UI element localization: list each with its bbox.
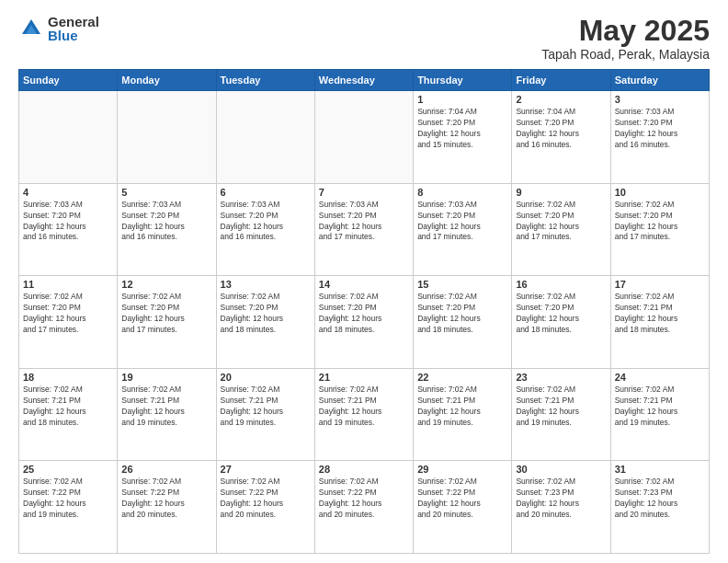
month-title: May 2025	[541, 15, 710, 47]
day-number: 29	[417, 464, 507, 475]
day-number: 14	[319, 279, 409, 290]
calendar-cell: 19Sunrise: 7:02 AM Sunset: 7:21 PM Dayli…	[118, 368, 216, 461]
calendar-cell: 13Sunrise: 7:02 AM Sunset: 7:20 PM Dayli…	[216, 276, 314, 369]
calendar-cell: 17Sunrise: 7:02 AM Sunset: 7:21 PM Dayli…	[610, 276, 709, 369]
calendar-cell: 29Sunrise: 7:02 AM Sunset: 7:22 PM Dayli…	[414, 461, 512, 554]
logo: General Blue	[18, 15, 99, 42]
calendar-cell: 4Sunrise: 7:03 AM Sunset: 7:20 PM Daylig…	[19, 183, 118, 276]
day-info: Sunrise: 7:02 AM Sunset: 7:20 PM Dayligh…	[121, 292, 211, 336]
day-info: Sunrise: 7:02 AM Sunset: 7:23 PM Dayligh…	[615, 477, 705, 521]
calendar-cell: 26Sunrise: 7:02 AM Sunset: 7:22 PM Dayli…	[118, 461, 216, 554]
calendar-table: SundayMondayTuesdayWednesdayThursdayFrid…	[18, 69, 710, 554]
day-info: Sunrise: 7:04 AM Sunset: 7:20 PM Dayligh…	[516, 107, 606, 151]
day-info: Sunrise: 7:02 AM Sunset: 7:22 PM Dayligh…	[417, 477, 507, 521]
calendar-week-row: 1Sunrise: 7:04 AM Sunset: 7:20 PM Daylig…	[19, 91, 710, 184]
day-info: Sunrise: 7:02 AM Sunset: 7:21 PM Dayligh…	[23, 385, 113, 429]
day-info: Sunrise: 7:03 AM Sunset: 7:20 PM Dayligh…	[615, 107, 705, 151]
day-info: Sunrise: 7:02 AM Sunset: 7:20 PM Dayligh…	[319, 292, 409, 336]
calendar-cell: 21Sunrise: 7:02 AM Sunset: 7:21 PM Dayli…	[314, 368, 413, 461]
day-info: Sunrise: 7:02 AM Sunset: 7:21 PM Dayligh…	[121, 385, 211, 429]
logo-general: General	[48, 15, 99, 29]
day-info: Sunrise: 7:02 AM Sunset: 7:22 PM Dayligh…	[121, 477, 211, 521]
day-number: 18	[23, 372, 113, 383]
day-number: 25	[23, 464, 113, 475]
day-number: 24	[615, 372, 705, 383]
day-info: Sunrise: 7:02 AM Sunset: 7:21 PM Dayligh…	[516, 385, 606, 429]
weekday-header: Monday	[118, 70, 216, 91]
day-info: Sunrise: 7:02 AM Sunset: 7:23 PM Dayligh…	[516, 477, 606, 521]
header: General Blue May 2025 Tapah Road, Perak,…	[18, 15, 710, 62]
calendar-cell: 23Sunrise: 7:02 AM Sunset: 7:21 PM Dayli…	[512, 368, 610, 461]
day-number: 6	[221, 187, 311, 198]
day-info: Sunrise: 7:02 AM Sunset: 7:20 PM Dayligh…	[23, 292, 113, 336]
location-title: Tapah Road, Perak, Malaysia	[541, 47, 710, 62]
day-info: Sunrise: 7:02 AM Sunset: 7:21 PM Dayligh…	[221, 385, 311, 429]
calendar-cell	[216, 91, 314, 184]
day-info: Sunrise: 7:03 AM Sunset: 7:20 PM Dayligh…	[23, 200, 113, 244]
day-number: 8	[417, 187, 507, 198]
weekday-header: Saturday	[610, 70, 709, 91]
day-number: 30	[516, 464, 606, 475]
page: General Blue May 2025 Tapah Road, Perak,…	[0, 0, 728, 563]
calendar-cell: 27Sunrise: 7:02 AM Sunset: 7:22 PM Dayli…	[216, 461, 314, 554]
calendar-cell: 6Sunrise: 7:03 AM Sunset: 7:20 PM Daylig…	[216, 183, 314, 276]
calendar-cell: 25Sunrise: 7:02 AM Sunset: 7:22 PM Dayli…	[19, 461, 118, 554]
day-info: Sunrise: 7:02 AM Sunset: 7:20 PM Dayligh…	[417, 292, 507, 336]
day-info: Sunrise: 7:02 AM Sunset: 7:22 PM Dayligh…	[23, 477, 113, 521]
calendar-cell: 10Sunrise: 7:02 AM Sunset: 7:20 PM Dayli…	[610, 183, 709, 276]
logo-text: General Blue	[48, 15, 99, 42]
day-info: Sunrise: 7:02 AM Sunset: 7:21 PM Dayligh…	[615, 385, 705, 429]
weekday-header-row: SundayMondayTuesdayWednesdayThursdayFrid…	[19, 70, 710, 91]
day-info: Sunrise: 7:03 AM Sunset: 7:20 PM Dayligh…	[319, 200, 409, 244]
calendar-cell: 1Sunrise: 7:04 AM Sunset: 7:20 PM Daylig…	[414, 91, 512, 184]
day-number: 27	[221, 464, 311, 475]
day-number: 13	[221, 279, 311, 290]
day-number: 23	[516, 372, 606, 383]
calendar-cell: 24Sunrise: 7:02 AM Sunset: 7:21 PM Dayli…	[610, 368, 709, 461]
logo-blue: Blue	[48, 29, 99, 42]
day-info: Sunrise: 7:03 AM Sunset: 7:20 PM Dayligh…	[221, 200, 311, 244]
day-number: 16	[516, 279, 606, 290]
calendar-cell: 18Sunrise: 7:02 AM Sunset: 7:21 PM Dayli…	[19, 368, 118, 461]
calendar-cell: 2Sunrise: 7:04 AM Sunset: 7:20 PM Daylig…	[512, 91, 610, 184]
day-info: Sunrise: 7:03 AM Sunset: 7:20 PM Dayligh…	[121, 200, 211, 244]
weekday-header: Tuesday	[216, 70, 314, 91]
day-info: Sunrise: 7:02 AM Sunset: 7:21 PM Dayligh…	[615, 292, 705, 336]
day-number: 15	[417, 279, 507, 290]
calendar-cell: 3Sunrise: 7:03 AM Sunset: 7:20 PM Daylig…	[610, 91, 709, 184]
day-number: 11	[23, 279, 113, 290]
weekday-header: Wednesday	[314, 70, 413, 91]
weekday-header: Friday	[512, 70, 610, 91]
day-number: 9	[516, 187, 606, 198]
title-block: May 2025 Tapah Road, Perak, Malaysia	[541, 15, 710, 62]
day-number: 20	[221, 372, 311, 383]
calendar-cell: 14Sunrise: 7:02 AM Sunset: 7:20 PM Dayli…	[314, 276, 413, 369]
calendar-cell: 28Sunrise: 7:02 AM Sunset: 7:22 PM Dayli…	[314, 461, 413, 554]
day-number: 7	[319, 187, 409, 198]
day-number: 21	[319, 372, 409, 383]
calendar-cell: 11Sunrise: 7:02 AM Sunset: 7:20 PM Dayli…	[19, 276, 118, 369]
calendar-cell: 22Sunrise: 7:02 AM Sunset: 7:21 PM Dayli…	[414, 368, 512, 461]
day-info: Sunrise: 7:02 AM Sunset: 7:20 PM Dayligh…	[221, 292, 311, 336]
calendar-week-row: 25Sunrise: 7:02 AM Sunset: 7:22 PM Dayli…	[19, 461, 710, 554]
day-number: 4	[23, 187, 113, 198]
day-info: Sunrise: 7:02 AM Sunset: 7:20 PM Dayligh…	[516, 200, 606, 244]
calendar-cell: 12Sunrise: 7:02 AM Sunset: 7:20 PM Dayli…	[118, 276, 216, 369]
day-number: 3	[615, 94, 705, 105]
calendar-cell: 8Sunrise: 7:03 AM Sunset: 7:20 PM Daylig…	[414, 183, 512, 276]
day-number: 22	[417, 372, 507, 383]
day-number: 2	[516, 94, 606, 105]
calendar-cell: 16Sunrise: 7:02 AM Sunset: 7:20 PM Dayli…	[512, 276, 610, 369]
day-info: Sunrise: 7:02 AM Sunset: 7:21 PM Dayligh…	[417, 385, 507, 429]
day-number: 5	[121, 187, 211, 198]
day-number: 12	[121, 279, 211, 290]
weekday-header: Sunday	[19, 70, 118, 91]
calendar-cell	[118, 91, 216, 184]
calendar-cell: 15Sunrise: 7:02 AM Sunset: 7:20 PM Dayli…	[414, 276, 512, 369]
calendar-cell: 31Sunrise: 7:02 AM Sunset: 7:23 PM Dayli…	[610, 461, 709, 554]
calendar-cell: 20Sunrise: 7:02 AM Sunset: 7:21 PM Dayli…	[216, 368, 314, 461]
day-number: 31	[615, 464, 705, 475]
calendar-cell: 9Sunrise: 7:02 AM Sunset: 7:20 PM Daylig…	[512, 183, 610, 276]
day-info: Sunrise: 7:04 AM Sunset: 7:20 PM Dayligh…	[417, 107, 507, 151]
day-number: 17	[615, 279, 705, 290]
